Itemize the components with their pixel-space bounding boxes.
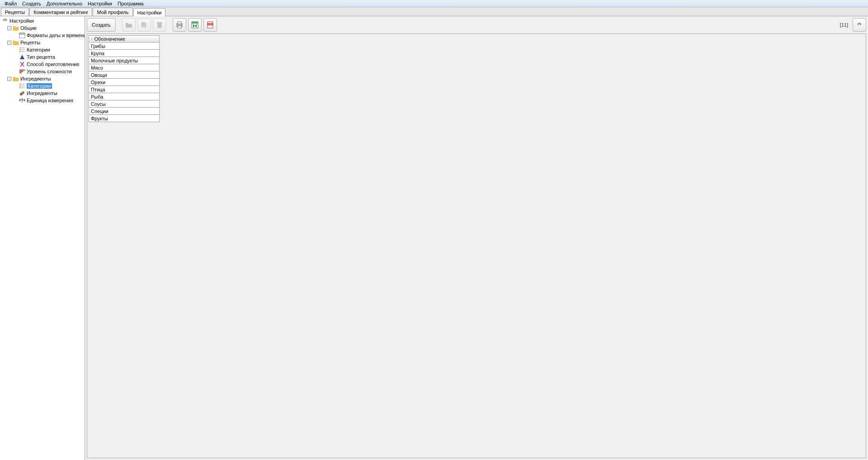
tree-ingredients[interactable]: − Ингредиенты: [1, 75, 84, 82]
pdf-icon: PDF: [206, 21, 214, 29]
excel-icon: [191, 21, 199, 29]
tree-general-label: Общие: [20, 25, 37, 31]
svg-rect-7: [19, 49, 21, 50]
tree-recipes-level-label: Уровень сложности: [27, 69, 72, 74]
printer-icon: [175, 21, 184, 29]
tree-ingredients-categories[interactable]: Категории: [1, 82, 84, 90]
open-button[interactable]: [122, 18, 136, 32]
table-row[interactable]: Соусы: [89, 100, 160, 108]
svg-rect-5: [19, 47, 21, 48]
tree-root-label: Настройки: [9, 18, 34, 24]
list-icon: [19, 47, 25, 53]
gear-icon: [2, 18, 8, 24]
tree-general-date[interactable]: Форматы даты и времени: [1, 32, 84, 39]
trash-icon: [156, 21, 164, 29]
tree-ingredients-label: Ингредиенты: [20, 76, 51, 81]
svg-rect-6: [21, 47, 25, 48]
folder-open-icon: [125, 21, 133, 29]
svg-rect-16: [19, 85, 21, 86]
svg-rect-9: [19, 51, 21, 52]
table-row[interactable]: Молочные продукты: [89, 57, 160, 64]
calendar-icon: [19, 32, 25, 38]
triangle-icon: [19, 54, 25, 60]
tree-recipes-categories[interactable]: Категории: [1, 46, 84, 53]
datatable: ↑ Обозначение Грибы Крупа Молочные проду…: [89, 35, 160, 122]
svg-rect-26: [178, 26, 181, 28]
copy-button[interactable]: [137, 18, 151, 32]
table-row[interactable]: Крупа: [89, 50, 160, 57]
workspace: Настройки − Общие Форматы даты и времени…: [0, 16, 868, 460]
tree-recipes[interactable]: − Рецепты: [1, 39, 84, 46]
table-row[interactable]: Орехи: [89, 79, 160, 86]
delete-button[interactable]: [153, 18, 166, 32]
svg-rect-17: [21, 85, 25, 86]
tree-recipes-method-label: Способ приготовления: [27, 62, 79, 67]
tree-general-date-label: Форматы даты и времени: [27, 33, 85, 38]
menu-create[interactable]: Создать: [19, 1, 44, 6]
sidebar-tree: Настройки − Общие Форматы даты и времени…: [0, 16, 85, 460]
gear-icon: [856, 22, 863, 28]
svg-rect-10: [21, 51, 25, 52]
table-row[interactable]: Овощи: [89, 71, 160, 79]
svg-rect-25: [178, 22, 181, 24]
tree-ingredients-list-label: Ингредиенты: [27, 90, 57, 96]
svg-text:PDF: PDF: [208, 23, 212, 25]
menu-additional[interactable]: Дополнительно: [44, 1, 85, 6]
tree-ingredients-categories-label: Категории: [27, 83, 52, 89]
svg-rect-8: [21, 49, 25, 50]
svg-point-32: [859, 24, 860, 26]
svg-rect-12: [19, 71, 23, 72]
print-button[interactable]: [173, 18, 186, 32]
tree-recipes-method[interactable]: Способ приготовления: [1, 61, 84, 68]
table-row[interactable]: Грибы: [89, 43, 160, 50]
svg-rect-2: [19, 33, 25, 34]
tab-recipes[interactable]: Рецепты: [1, 8, 29, 16]
export-pdf-button[interactable]: PDF: [203, 18, 217, 32]
create-button[interactable]: Создать: [87, 18, 116, 32]
tab-settings[interactable]: Настройки: [133, 8, 166, 16]
tabbar: Рецепты Комментарии и рейтинг Мой профил…: [0, 7, 868, 16]
svg-rect-13: [19, 72, 22, 73]
svg-point-0: [4, 20, 6, 22]
tree-ingredients-unit-label: Единица измерения: [27, 98, 73, 103]
list-icon: [19, 83, 25, 89]
table-row[interactable]: Специи: [89, 108, 160, 115]
tab-comments[interactable]: Комментарии и рейтинг: [29, 8, 92, 16]
column-header[interactable]: ↑ Обозначение: [89, 35, 160, 43]
tab-profile[interactable]: Мой профиль: [93, 8, 132, 16]
svg-rect-28: [192, 22, 198, 24]
tree-ingredients-unit[interactable]: Единица измерения: [1, 97, 84, 104]
content-panel: ↑ Обозначение Грибы Крупа Молочные проду…: [87, 33, 866, 458]
svg-rect-11: [19, 70, 25, 71]
menu-settings[interactable]: Настройки: [85, 1, 115, 6]
menu-file[interactable]: Файл: [2, 1, 19, 6]
table-row[interactable]: Рыба: [89, 93, 160, 100]
main-panel: Создать PDF [11]: [85, 16, 868, 460]
tree-general[interactable]: − Общие: [1, 24, 84, 32]
collapse-icon[interactable]: −: [7, 26, 11, 30]
settings-button[interactable]: [853, 18, 866, 32]
export-excel-button[interactable]: [188, 18, 202, 32]
tree-recipes-level[interactable]: Уровень сложности: [1, 68, 84, 75]
record-count: [11]: [840, 22, 848, 28]
tree-root[interactable]: Настройки: [1, 17, 84, 24]
folder-icon: [13, 76, 19, 82]
utensils-icon: [19, 61, 25, 67]
table-row[interactable]: Мясо: [89, 64, 160, 71]
table-row[interactable]: Птица: [89, 86, 160, 93]
svg-rect-23: [143, 23, 146, 28]
tree-ingredients-list[interactable]: Ингредиенты: [1, 90, 84, 97]
folder-icon: [13, 39, 19, 46]
collapse-icon[interactable]: −: [7, 77, 11, 81]
collapse-icon[interactable]: −: [7, 41, 11, 45]
menubar: Файл Создать Дополнительно Настройки Про…: [0, 0, 868, 7]
folder-icon: [13, 25, 19, 31]
svg-rect-19: [21, 87, 25, 88]
menu-program[interactable]: Программа: [115, 1, 146, 6]
bars-icon: [19, 68, 25, 75]
table-row[interactable]: Фрукты: [89, 115, 160, 122]
ingredients-icon: [19, 90, 25, 96]
tree-recipes-type[interactable]: Тип рецепта: [1, 53, 84, 61]
sort-asc-icon: ↑: [91, 37, 93, 41]
svg-rect-15: [21, 84, 25, 85]
